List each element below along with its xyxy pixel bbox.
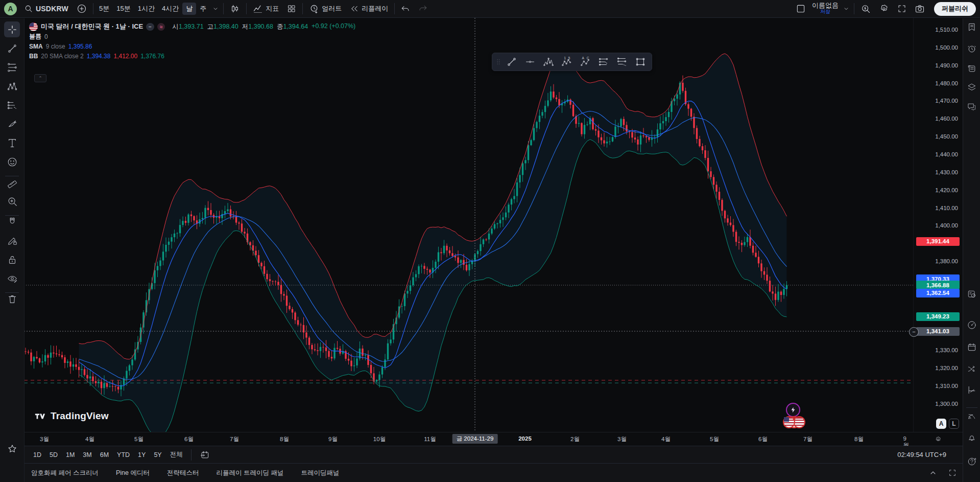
- text-tool[interactable]: [4, 135, 20, 151]
- prediction-tool[interactable]: [4, 97, 20, 113]
- time-axis[interactable]: 3월4월5월6월7월8월9월10월11월20252월3월4월5월6월7월8월9월…: [24, 432, 913, 446]
- interval-button-주[interactable]: 주: [196, 3, 210, 15]
- quick-search-button[interactable]: [856, 2, 875, 15]
- notifications-panel-button[interactable]: [965, 430, 979, 445]
- snapshot-button[interactable]: [911, 2, 929, 15]
- bottom-tab-3[interactable]: 리플레이 트레이딩 패널: [216, 469, 283, 477]
- rectangle-button[interactable]: [632, 55, 649, 69]
- bottom-tab-0[interactable]: 암호화폐 페어 스크리너: [31, 469, 99, 477]
- interval-button-15분[interactable]: 15분: [113, 3, 134, 15]
- auto-scale-button[interactable]: A: [936, 419, 946, 429]
- live-streams-panel-button[interactable]: [965, 408, 979, 423]
- compare-add-button[interactable]: [73, 2, 91, 15]
- user-avatar[interactable]: A: [4, 3, 17, 15]
- help-button-button[interactable]: [965, 454, 979, 469]
- settings-button[interactable]: [875, 2, 893, 15]
- panel-collapse-chevron-icon[interactable]: [929, 469, 937, 477]
- elliott-wave-button[interactable]: [540, 55, 557, 69]
- range-button-1M[interactable]: 1M: [62, 449, 79, 461]
- trendline-button[interactable]: [504, 55, 520, 69]
- hide-drawings-tool[interactable]: [4, 270, 20, 286]
- chat-panel-button[interactable]: [965, 100, 979, 114]
- log-scale-button[interactable]: L: [949, 419, 959, 429]
- publish-button[interactable]: 퍼블리쉬: [934, 2, 976, 16]
- interval-dropdown-button[interactable]: [210, 2, 221, 15]
- market-status-badge[interactable]: −: [146, 23, 154, 31]
- volume-legend-row[interactable]: 볼륨 0: [29, 32, 355, 41]
- price-axis[interactable]: A L 1,510.001,500.001,490.001,480.001,47…: [913, 18, 963, 432]
- pine-panel-button[interactable]: [965, 383, 979, 397]
- magnet-tool[interactable]: [4, 214, 20, 229]
- zoom-in-tool[interactable]: [4, 193, 20, 209]
- axis-alert-minus-button[interactable]: −: [909, 327, 919, 337]
- range-button-3M[interactable]: 3M: [79, 449, 95, 461]
- axis-settings-corner[interactable]: [913, 432, 963, 446]
- symbol-search-button[interactable]: USDKRW: [20, 2, 73, 15]
- crosshair-tool[interactable]: [4, 21, 20, 37]
- watchlist-panel-button[interactable]: [965, 20, 979, 34]
- undo-button[interactable]: [397, 2, 414, 15]
- indicator-templates-button[interactable]: [283, 2, 300, 15]
- clock-label[interactable]: 02:49:54 UTC+9: [897, 451, 946, 458]
- object-tree-panel-button[interactable]: [965, 80, 979, 95]
- trendline-tool[interactable]: [4, 40, 20, 56]
- notes-panel-button[interactable]: [965, 61, 979, 76]
- emoji-tool[interactable]: [4, 154, 20, 170]
- currency-flags-badge[interactable]: [783, 416, 805, 428]
- pattern-tool[interactable]: [4, 78, 20, 94]
- panel-maximize-icon[interactable]: [948, 469, 957, 477]
- tradingview-logo[interactable]: TradingView: [33, 410, 109, 422]
- drawing-lock-tool[interactable]: [4, 233, 20, 248]
- range-button-5Y[interactable]: 5Y: [150, 449, 165, 461]
- abc-correction-button[interactable]: AC: [577, 55, 593, 69]
- layout-name-button[interactable]: 이름없음 저장: [810, 3, 841, 15]
- trend-fib-extension-button[interactable]: [614, 55, 630, 69]
- interval-button-날[interactable]: 날: [182, 3, 196, 15]
- interval-button-4시간[interactable]: 4시간: [158, 3, 182, 15]
- screener-panel-button[interactable]: [965, 287, 979, 302]
- range-button-5D[interactable]: 5D: [45, 449, 62, 461]
- candle-body: [30, 353, 32, 361]
- range-button-6M[interactable]: 6M: [96, 449, 113, 461]
- alerts-panel-button[interactable]: [965, 42, 979, 56]
- replay-button[interactable]: 리플레이: [346, 2, 392, 15]
- symbol-title[interactable]: 미국 달러 / 대한민국 원 · 1날 · ICE: [41, 22, 143, 31]
- measure-tool[interactable]: [4, 174, 20, 190]
- legend-collapse-button[interactable]: ⌃: [34, 74, 46, 82]
- drag-handle[interactable]: [495, 57, 501, 66]
- brush-tool[interactable]: [4, 116, 20, 132]
- range-button-YTD[interactable]: YTD: [113, 449, 134, 461]
- remove-drawings-tool[interactable]: [4, 291, 20, 307]
- chart-style-button[interactable]: [226, 2, 244, 15]
- favorites-star-button[interactable]: [5, 441, 20, 456]
- bb-legend-row[interactable]: BB 20 SMA close 2 1,394.38 1,412.00 1,37…: [29, 51, 355, 61]
- sma-legend-row[interactable]: SMA 9 close 1,395.86: [29, 41, 355, 51]
- calendar-panel-button[interactable]: [965, 340, 979, 354]
- interval-button-5분[interactable]: 5분: [95, 3, 113, 15]
- lock-all-tool[interactable]: [4, 251, 20, 267]
- range-button-1D[interactable]: 1D: [29, 449, 45, 461]
- data-status-badge[interactable]: ≈: [157, 23, 165, 31]
- indicators-button[interactable]: 지표: [249, 2, 283, 15]
- lightning-badge[interactable]: [786, 403, 800, 417]
- fullscreen-button[interactable]: [893, 2, 911, 15]
- ideas-stream-panel-button[interactable]: [965, 362, 979, 377]
- layout-dropdown-button[interactable]: [841, 2, 852, 15]
- bottom-tab-4[interactable]: 트레이딩패널: [301, 469, 339, 477]
- horizontal-line-button[interactable]: [522, 55, 538, 69]
- goto-date-button[interactable]: [196, 449, 214, 461]
- layout-button[interactable]: [792, 2, 810, 15]
- range-button-전체[interactable]: 전체: [166, 449, 187, 461]
- fib-speed-fan-button[interactable]: [595, 55, 612, 69]
- redo-button[interactable]: [414, 2, 432, 15]
- interval-button-1시간[interactable]: 1시간: [134, 3, 158, 15]
- alert-button[interactable]: 얼러트: [305, 2, 346, 15]
- impulse-wave-button[interactable]: 15: [559, 55, 575, 69]
- candle-body: [775, 293, 776, 300]
- bottom-tab-1[interactable]: Pine 에디터: [116, 469, 150, 477]
- chart-canvas[interactable]: [24, 18, 913, 432]
- fib-retracement-tool[interactable]: [4, 59, 20, 75]
- range-button-1Y[interactable]: 1Y: [134, 449, 150, 461]
- bottom-tab-2[interactable]: 전략테스터: [167, 469, 199, 477]
- technicals-panel-button[interactable]: [965, 318, 979, 332]
